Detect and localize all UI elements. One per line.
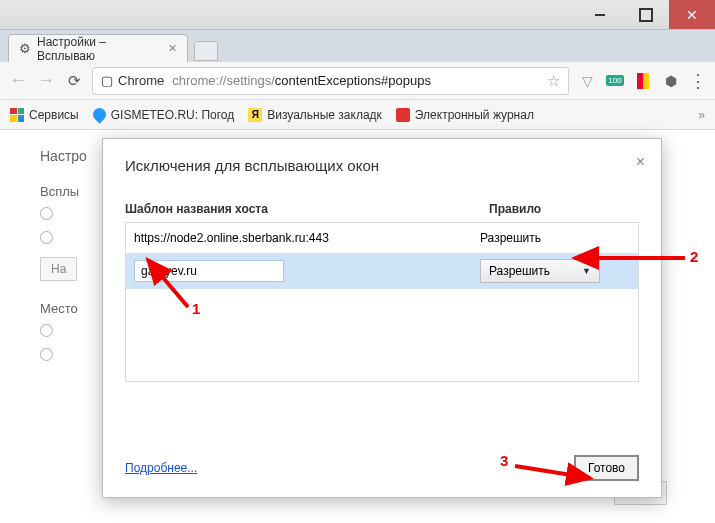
window-titlebar bbox=[0, 0, 715, 30]
journal-icon bbox=[396, 108, 410, 122]
page-icon: ▢ bbox=[101, 73, 113, 88]
bookmarks-bar: Сервисы GISMETEO.RU: Погод Я Визуальные … bbox=[0, 100, 715, 130]
learn-more-link[interactable]: Подробнее... bbox=[125, 461, 197, 475]
dialog-title: Исключения для всплывающих окон bbox=[125, 157, 639, 174]
extension-badge-icon[interactable]: 100 bbox=[605, 71, 625, 91]
bookmark-apps[interactable]: Сервисы bbox=[10, 108, 79, 122]
bookmark-star-icon[interactable]: ☆ bbox=[547, 72, 560, 90]
tab-title: Настройки – Всплываю bbox=[37, 35, 158, 63]
new-tab-button[interactable] bbox=[194, 41, 218, 61]
done-button[interactable]: Готово bbox=[574, 455, 639, 481]
extension-yandex-icon[interactable] bbox=[633, 71, 653, 91]
extension-shield-icon[interactable]: ▽ bbox=[577, 71, 597, 91]
exception-rule: Разрешить bbox=[480, 231, 630, 245]
extension-ublock-icon[interactable]: ⬢ bbox=[661, 71, 681, 91]
chevron-down-icon: ▼ bbox=[582, 266, 591, 276]
reload-button[interactable]: ⟳ bbox=[64, 72, 84, 90]
browser-menu-button[interactable]: ⋮ bbox=[689, 70, 707, 92]
dialog-footer: Подробнее... Готово bbox=[125, 455, 639, 481]
rule-dropdown[interactable]: Разрешить ▼ bbox=[480, 259, 600, 283]
popup-exceptions-dialog: Исключения для всплывающих окон × Шаблон… bbox=[102, 138, 662, 498]
exception-host-editing bbox=[134, 260, 480, 282]
column-rule-header: Правило bbox=[489, 202, 639, 216]
rule-dropdown-value: Разрешить bbox=[489, 264, 550, 278]
radio-option[interactable] bbox=[40, 207, 53, 220]
exception-rule-editing: Разрешить ▼ bbox=[480, 259, 630, 283]
gear-icon: ⚙ bbox=[19, 41, 31, 56]
address-bar[interactable]: ▢ Chrome chrome://settings/contentExcept… bbox=[92, 67, 569, 95]
browser-tab[interactable]: ⚙ Настройки – Всплываю ✕ bbox=[8, 34, 188, 62]
window-maximize-button[interactable] bbox=[623, 0, 669, 29]
bookmark-journal[interactable]: Электронный журнал bbox=[396, 108, 534, 122]
back-button[interactable]: ← bbox=[8, 70, 28, 91]
exception-row[interactable]: https://node2.online.sberbank.ru:443 Раз… bbox=[126, 223, 638, 253]
window-close-button[interactable] bbox=[669, 0, 715, 29]
dialog-close-button[interactable]: × bbox=[636, 153, 645, 171]
url-scheme: chrome://settings/ bbox=[172, 73, 275, 88]
radio-option[interactable] bbox=[40, 231, 53, 244]
exception-host: https://node2.online.sberbank.ru:443 bbox=[134, 231, 480, 245]
exception-row-editing: Разрешить ▼ bbox=[126, 253, 638, 289]
radio-option[interactable] bbox=[40, 324, 53, 337]
page-content: Настро Всплы На Место отово Исключения д… bbox=[0, 130, 715, 523]
bookmark-visual[interactable]: Я Визуальные закладк bbox=[248, 108, 382, 122]
bookmark-gismeteo[interactable]: GISMETEO.RU: Погод bbox=[93, 108, 235, 122]
tab-strip: ⚙ Настройки – Всплываю ✕ bbox=[0, 30, 715, 62]
window-minimize-button[interactable] bbox=[577, 0, 623, 29]
yandex-icon: Я bbox=[248, 108, 262, 122]
url-path: contentExceptions#popups bbox=[275, 73, 431, 88]
bookmarks-overflow-button[interactable]: » bbox=[698, 108, 705, 122]
site-identity: ▢ Chrome bbox=[101, 73, 164, 88]
droplet-icon bbox=[90, 105, 108, 123]
grid-header: Шаблон названия хоста Правило bbox=[125, 196, 639, 222]
grid-body: https://node2.online.sberbank.ru:443 Раз… bbox=[125, 222, 639, 382]
radio-option[interactable] bbox=[40, 348, 53, 361]
browser-toolbar: ← → ⟳ ▢ Chrome chrome://settings/content… bbox=[0, 62, 715, 100]
forward-button[interactable]: → bbox=[36, 70, 56, 91]
column-host-header: Шаблон названия хоста bbox=[125, 202, 489, 216]
manage-exceptions-bg-button[interactable]: На bbox=[40, 257, 77, 281]
exceptions-grid: Шаблон названия хоста Правило https://no… bbox=[125, 196, 639, 382]
tab-close-icon[interactable]: ✕ bbox=[168, 42, 177, 55]
apps-icon bbox=[10, 108, 24, 122]
host-input[interactable] bbox=[134, 260, 284, 282]
